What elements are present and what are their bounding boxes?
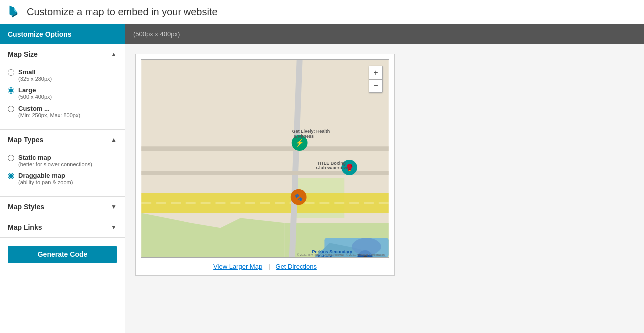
sidebar: Customize Options Map Size ▲ Small (325 … xyxy=(0,24,125,333)
map-size-small-sub: (325 x 280px) xyxy=(18,76,52,82)
map-type-static-radio[interactable] xyxy=(8,155,14,161)
zoom-out-button[interactable]: − xyxy=(369,80,382,92)
svg-text:& Fitness: & Fitness xyxy=(294,134,314,139)
section-map-types-label: Map Types xyxy=(8,136,43,144)
map-image: Arsenal St ⚡ Get Lively: Health & Fitnes… xyxy=(141,60,389,257)
map-size-custom-label: Custom ... xyxy=(18,105,80,112)
map-size-large-option[interactable]: Large (500 x 400px) xyxy=(8,86,117,100)
map-size-custom-option[interactable]: Custom ... (Min: 250px, Max: 800px) xyxy=(8,105,117,118)
map-type-static-option[interactable]: Static map (better for slower connection… xyxy=(8,154,117,167)
map-type-draggable-label: Draggable map xyxy=(18,172,73,179)
map-size-custom-sub: (Min: 250px, Max: 800px) xyxy=(18,112,80,118)
section-map-size-label: Map Size xyxy=(8,50,38,58)
section-map-links: Map Links ▼ xyxy=(0,217,125,238)
svg-text:Get Lively: Health: Get Lively: Health xyxy=(292,129,330,134)
svg-text:⚡: ⚡ xyxy=(295,139,304,147)
map-container: Arsenal St ⚡ Get Lively: Health & Fitnes… xyxy=(135,54,395,276)
main-toolbar: (500px x 400px) xyxy=(125,24,644,44)
get-directions-link[interactable]: Get Directions xyxy=(276,263,317,270)
section-map-types-body: Static map (better for slower connection… xyxy=(0,150,125,196)
map-size-large-label: Large xyxy=(18,86,52,94)
map-size-large-radio[interactable] xyxy=(8,87,14,94)
section-map-size-header[interactable]: Map Size ▲ xyxy=(0,44,125,64)
generate-code-button[interactable]: Generate Code xyxy=(8,246,117,263)
map-size-small-option[interactable]: Small (325 x 280px) xyxy=(8,68,117,82)
map-type-draggable-radio[interactable] xyxy=(8,173,14,179)
map-type-static-sub: (better for slower connections) xyxy=(18,161,92,167)
section-map-styles-header[interactable]: Map Styles ▼ xyxy=(0,197,125,217)
sidebar-header: Customize Options xyxy=(0,24,125,44)
zoom-in-button[interactable]: + xyxy=(369,66,382,79)
zoom-controls: + − xyxy=(369,66,383,93)
map-type-static-label: Static map xyxy=(18,154,92,161)
size-label: (500px x 400px) xyxy=(133,30,180,38)
map-links-row: View Larger Map | Get Directions xyxy=(213,263,317,270)
svg-text:© 2021 TomTom, © OpenStreetMap: © 2021 TomTom, © OpenStreetMap, © 2021 M… xyxy=(297,253,384,256)
chevron-down-icon-styles: ▼ xyxy=(111,203,117,210)
bing-logo-icon xyxy=(8,5,22,19)
chevron-down-icon-links: ▼ xyxy=(111,224,117,231)
top-header: Customize a map to embed in your website xyxy=(0,0,644,24)
map-type-draggable-sub: (ability to pan & zoom) xyxy=(18,179,73,185)
links-separator: | xyxy=(268,263,270,270)
section-map-styles: Map Styles ▼ xyxy=(0,197,125,217)
svg-text:TITLE Boxing: TITLE Boxing xyxy=(317,161,346,166)
section-map-styles-label: Map Styles xyxy=(8,203,44,211)
map-size-small-label: Small xyxy=(18,68,52,76)
main-area: (500px x 400px) xyxy=(125,24,644,333)
section-map-size: Map Size ▲ Small (325 x 280px) Large (50… xyxy=(0,44,125,130)
map-size-small-radio[interactable] xyxy=(8,69,14,76)
view-larger-map-link[interactable]: View Larger Map xyxy=(213,263,262,270)
chevron-up-icon: ▲ xyxy=(111,51,117,58)
section-map-links-header[interactable]: Map Links ▼ xyxy=(0,217,125,237)
map-size-custom-radio[interactable] xyxy=(8,106,14,112)
section-map-types-header[interactable]: Map Types ▲ xyxy=(0,130,125,150)
section-map-links-label: Map Links xyxy=(8,223,42,231)
chevron-up-icon-types: ▲ xyxy=(111,136,117,143)
section-map-types: Map Types ▲ Static map (better for slowe… xyxy=(0,130,125,197)
page-title: Customize a map to embed in your website xyxy=(27,6,218,18)
map-size-large-sub: (500 x 400px) xyxy=(18,94,52,100)
section-map-size-body: Small (325 x 280px) Large (500 x 400px) … xyxy=(0,64,125,129)
svg-text:Club Watertown: Club Watertown xyxy=(316,166,350,170)
main-content: Arsenal St ⚡ Get Lively: Health & Fitnes… xyxy=(125,44,644,333)
map-type-draggable-option[interactable]: Draggable map (ability to pan & zoom) xyxy=(8,172,117,185)
main-layout: Customize Options Map Size ▲ Small (325 … xyxy=(0,24,644,333)
map-frame[interactable]: Arsenal St ⚡ Get Lively: Health & Fitnes… xyxy=(141,59,389,258)
svg-point-52 xyxy=(352,238,381,255)
svg-text:🐾: 🐾 xyxy=(294,193,303,202)
